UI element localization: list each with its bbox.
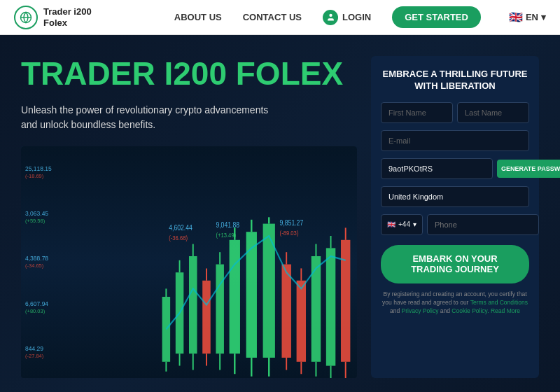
email-input[interactable] xyxy=(381,130,529,151)
navbar: Trader i200 Folex ABOUT US CONTACT US LO… xyxy=(0,0,560,35)
last-name-input[interactable] xyxy=(457,102,529,123)
svg-rect-3 xyxy=(162,297,171,362)
trading-chart-image: 25,118.15 (-18.69) 3,063.45 (+59.56) 4,3… xyxy=(21,146,357,378)
chart-data-2: 3,063.45 (+59.56) xyxy=(25,210,52,224)
terms-and-2: and xyxy=(440,307,450,314)
terms-conditions-link[interactable]: Terms and Conditions xyxy=(470,299,528,306)
about-us-link[interactable]: ABOUT US xyxy=(174,12,222,22)
embark-button[interactable]: EMBARK ON YOURTRADING JOURNEY xyxy=(381,245,529,284)
chart-data-5: 844.29 (-27.84) xyxy=(25,345,52,359)
phone-prefix-label: +44 xyxy=(398,220,410,228)
user-icon xyxy=(323,10,338,25)
svg-rect-12 xyxy=(202,281,211,354)
flag-icon: 🇬🇧 xyxy=(509,10,523,24)
left-section: TRADER I200 FOLEX Unleash the power of r… xyxy=(21,56,357,378)
password-row: GENERATE PASSWORDS xyxy=(381,158,529,179)
nav-links: ABOUT US CONTACT US LOGIN GET STARTED 🇬🇧… xyxy=(174,6,546,28)
cookie-policy-link[interactable]: Cookie Policy. xyxy=(451,307,489,314)
svg-rect-39 xyxy=(341,240,350,362)
svg-rect-18 xyxy=(230,240,240,354)
chart-data-4: 6,607.94 (+80.03) xyxy=(25,300,52,314)
chart-background: 25,118.15 (-18.69) 3,063.45 (+59.56) 4,3… xyxy=(21,146,357,378)
chart-data-3: 4,388.78 (-34.65) xyxy=(25,255,52,269)
globe-icon xyxy=(14,6,38,29)
language-selector[interactable]: 🇬🇧 EN ▾ xyxy=(509,10,546,24)
svg-rect-27 xyxy=(281,265,290,358)
candlestick-chart: 4,602.44 (-36.68) 9,041.88 (+13.49) 9,85… xyxy=(155,216,357,378)
svg-rect-15 xyxy=(216,265,224,354)
privacy-policy-link[interactable]: Privacy Policy xyxy=(402,307,439,314)
brand-text: Trader i200 Folex xyxy=(43,6,92,28)
svg-rect-9 xyxy=(189,256,197,354)
phone-prefix-selector[interactable]: 🇬🇧 +44 ▾ xyxy=(381,214,423,235)
svg-text:9,041.88: 9,041.88 xyxy=(216,221,239,230)
main-content: TRADER I200 FOLEX Unleash the power of r… xyxy=(0,35,560,392)
svg-text:(-89.03): (-89.03) xyxy=(280,229,299,237)
password-input[interactable] xyxy=(381,158,493,179)
chart-data-1: 25,118.15 (-18.69) xyxy=(25,165,52,179)
chevron-down-icon: ▾ xyxy=(413,220,416,228)
phone-flag-icon: 🇬🇧 xyxy=(387,220,396,228)
svg-text:9,851.27: 9,851.27 xyxy=(280,218,304,227)
terms-text: By registering and creating an account, … xyxy=(381,290,529,316)
country-input[interactable] xyxy=(381,186,529,207)
svg-rect-30 xyxy=(297,281,306,362)
read-more-link[interactable]: Read More xyxy=(491,307,520,314)
svg-text:4,602.44: 4,602.44 xyxy=(169,223,192,232)
terms-and-1: and xyxy=(390,307,400,314)
generate-password-button[interactable]: GENERATE PASSWORDS xyxy=(497,160,560,178)
get-started-button[interactable]: GET STARTED xyxy=(392,6,481,28)
chart-data-overlay: 25,118.15 (-18.69) 3,063.45 (+59.56) 4,3… xyxy=(25,146,52,378)
brand: Trader i200 Folex xyxy=(14,6,92,29)
lang-label: EN xyxy=(526,12,538,22)
login-button[interactable]: LOGIN xyxy=(323,10,371,25)
registration-form: EMBRACE A THRILLING FUTURE WITH LIBERATI… xyxy=(371,56,539,378)
svg-text:(-36.68): (-36.68) xyxy=(169,234,188,241)
svg-rect-36 xyxy=(326,248,335,365)
phone-row: 🇬🇧 +44 ▾ xyxy=(381,214,529,235)
chevron-down-icon: ▾ xyxy=(541,12,546,22)
phone-input[interactable] xyxy=(427,214,539,235)
svg-text:(+13.49): (+13.49) xyxy=(216,232,236,239)
main-title: TRADER I200 FOLEX xyxy=(21,56,357,92)
first-name-input[interactable] xyxy=(381,102,453,123)
contact-us-link[interactable]: CONTACT US xyxy=(243,12,302,22)
embark-label: EMBARK ON YOURTRADING JOURNEY xyxy=(411,253,499,275)
name-row xyxy=(381,102,529,123)
svg-point-2 xyxy=(329,14,332,17)
hero-subtitle: Unleash the power of revolutionary crypt… xyxy=(21,103,273,132)
form-title: EMBRACE A THRILLING FUTURE WITH LIBERATI… xyxy=(381,69,529,92)
